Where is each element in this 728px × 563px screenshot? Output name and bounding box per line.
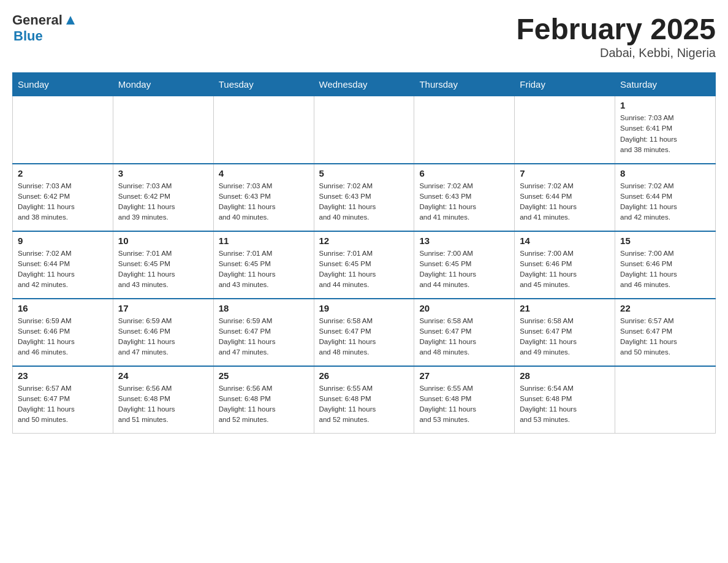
day-info: Sunrise: 7:02 AMSunset: 6:44 PMDaylight:… — [18, 248, 108, 291]
table-row — [213, 96, 314, 164]
day-info: Sunrise: 6:55 AMSunset: 6:48 PMDaylight:… — [419, 383, 509, 426]
day-number: 27 — [419, 370, 509, 381]
day-number: 17 — [118, 303, 208, 313]
day-info: Sunrise: 6:58 AMSunset: 6:47 PMDaylight:… — [520, 316, 610, 358]
day-number: 6 — [419, 168, 509, 178]
col-wednesday: Wednesday — [314, 73, 414, 96]
day-number: 26 — [319, 370, 409, 381]
table-row: 5Sunrise: 7:02 AMSunset: 6:43 PMDaylight… — [314, 164, 414, 231]
day-number: 13 — [419, 236, 509, 246]
day-number: 9 — [18, 236, 108, 246]
calendar-week-row: 23Sunrise: 6:57 AMSunset: 6:47 PMDayligh… — [13, 366, 716, 434]
location: Dabai, Kebbi, Nigeria — [516, 46, 716, 60]
title-section: February 2025 Dabai, Kebbi, Nigeria — [516, 12, 716, 60]
day-info: Sunrise: 7:00 AMSunset: 6:46 PMDaylight:… — [520, 248, 610, 291]
table-row: 13Sunrise: 7:00 AMSunset: 6:45 PMDayligh… — [414, 231, 515, 299]
table-row: 6Sunrise: 7:02 AMSunset: 6:43 PMDaylight… — [414, 164, 515, 231]
day-number: 1 — [620, 100, 710, 110]
day-number: 14 — [520, 236, 610, 246]
table-row: 7Sunrise: 7:02 AMSunset: 6:44 PMDaylight… — [515, 164, 615, 231]
day-number: 3 — [118, 168, 208, 178]
day-info: Sunrise: 6:58 AMSunset: 6:47 PMDaylight:… — [419, 316, 509, 358]
svg-marker-0 — [66, 16, 75, 25]
table-row: 12Sunrise: 7:01 AMSunset: 6:45 PMDayligh… — [314, 231, 414, 299]
table-row: 10Sunrise: 7:01 AMSunset: 6:45 PMDayligh… — [113, 231, 213, 299]
table-row: 19Sunrise: 6:58 AMSunset: 6:47 PMDayligh… — [314, 299, 414, 366]
table-row — [515, 96, 615, 164]
calendar-week-row: 2Sunrise: 7:03 AMSunset: 6:42 PMDaylight… — [13, 164, 716, 231]
day-info: Sunrise: 7:00 AMSunset: 6:45 PMDaylight:… — [419, 248, 509, 291]
table-row — [314, 96, 414, 164]
day-info: Sunrise: 6:54 AMSunset: 6:48 PMDaylight:… — [520, 383, 610, 426]
day-number: 8 — [620, 168, 710, 178]
day-number: 5 — [319, 168, 409, 178]
table-row: 11Sunrise: 7:01 AMSunset: 6:45 PMDayligh… — [213, 231, 314, 299]
table-row: 4Sunrise: 7:03 AMSunset: 6:43 PMDaylight… — [213, 164, 314, 231]
table-row — [615, 366, 716, 434]
col-sunday: Sunday — [13, 73, 113, 96]
table-row: 2Sunrise: 7:03 AMSunset: 6:42 PMDaylight… — [13, 164, 113, 231]
table-row — [13, 96, 113, 164]
calendar-week-row: 16Sunrise: 6:59 AMSunset: 6:46 PMDayligh… — [13, 299, 716, 366]
day-info: Sunrise: 6:59 AMSunset: 6:46 PMDaylight:… — [118, 316, 208, 358]
day-info: Sunrise: 7:03 AMSunset: 6:43 PMDaylight:… — [219, 181, 309, 223]
day-number: 12 — [319, 236, 409, 246]
col-friday: Friday — [515, 73, 615, 96]
logo-general-text: General — [12, 12, 63, 28]
logo: General Blue — [12, 12, 77, 44]
day-info: Sunrise: 7:02 AMSunset: 6:44 PMDaylight:… — [520, 181, 610, 223]
day-number: 16 — [18, 303, 108, 313]
day-number: 25 — [219, 370, 309, 381]
table-row: 16Sunrise: 6:59 AMSunset: 6:46 PMDayligh… — [13, 299, 113, 366]
table-row: 22Sunrise: 6:57 AMSunset: 6:47 PMDayligh… — [615, 299, 716, 366]
table-row: 23Sunrise: 6:57 AMSunset: 6:47 PMDayligh… — [13, 366, 113, 434]
table-row: 15Sunrise: 7:00 AMSunset: 6:46 PMDayligh… — [615, 231, 716, 299]
col-monday: Monday — [113, 73, 213, 96]
day-info: Sunrise: 6:57 AMSunset: 6:47 PMDaylight:… — [620, 316, 710, 358]
calendar-header-row: Sunday Monday Tuesday Wednesday Thursday… — [13, 73, 716, 96]
logo-blue-text: Blue — [13, 28, 43, 44]
day-number: 23 — [18, 370, 108, 381]
day-info: Sunrise: 7:02 AMSunset: 6:44 PMDaylight:… — [620, 181, 710, 223]
day-number: 21 — [520, 303, 610, 313]
day-info: Sunrise: 6:56 AMSunset: 6:48 PMDaylight:… — [219, 383, 309, 426]
day-info: Sunrise: 7:01 AMSunset: 6:45 PMDaylight:… — [319, 248, 409, 291]
table-row: 8Sunrise: 7:02 AMSunset: 6:44 PMDaylight… — [615, 164, 716, 231]
month-title: February 2025 — [516, 12, 716, 46]
day-info: Sunrise: 7:03 AMSunset: 6:42 PMDaylight:… — [18, 181, 108, 223]
day-number: 2 — [18, 168, 108, 178]
table-row: 14Sunrise: 7:00 AMSunset: 6:46 PMDayligh… — [515, 231, 615, 299]
col-thursday: Thursday — [414, 73, 515, 96]
logo-triangle-icon — [64, 13, 77, 27]
day-info: Sunrise: 7:03 AMSunset: 6:41 PMDaylight:… — [620, 113, 710, 155]
col-tuesday: Tuesday — [213, 73, 314, 96]
col-saturday: Saturday — [615, 73, 716, 96]
day-number: 4 — [219, 168, 309, 178]
day-number: 20 — [419, 303, 509, 313]
day-number: 11 — [219, 236, 309, 246]
calendar-week-row: 1Sunrise: 7:03 AMSunset: 6:41 PMDaylight… — [13, 96, 716, 164]
day-number: 7 — [520, 168, 610, 178]
calendar-week-row: 9Sunrise: 7:02 AMSunset: 6:44 PMDaylight… — [13, 231, 716, 299]
table-row: 26Sunrise: 6:55 AMSunset: 6:48 PMDayligh… — [314, 366, 414, 434]
day-info: Sunrise: 6:57 AMSunset: 6:47 PMDaylight:… — [18, 383, 108, 426]
calendar-table: Sunday Monday Tuesday Wednesday Thursday… — [12, 72, 716, 434]
day-info: Sunrise: 7:02 AMSunset: 6:43 PMDaylight:… — [419, 181, 509, 223]
day-info: Sunrise: 7:03 AMSunset: 6:42 PMDaylight:… — [118, 181, 208, 223]
table-row — [113, 96, 213, 164]
day-info: Sunrise: 7:00 AMSunset: 6:46 PMDaylight:… — [620, 248, 710, 291]
day-info: Sunrise: 6:55 AMSunset: 6:48 PMDaylight:… — [319, 383, 409, 426]
table-row: 1Sunrise: 7:03 AMSunset: 6:41 PMDaylight… — [615, 96, 716, 164]
day-info: Sunrise: 7:01 AMSunset: 6:45 PMDaylight:… — [118, 248, 208, 291]
table-row: 27Sunrise: 6:55 AMSunset: 6:48 PMDayligh… — [414, 366, 515, 434]
day-number: 18 — [219, 303, 309, 313]
day-info: Sunrise: 6:58 AMSunset: 6:47 PMDaylight:… — [319, 316, 409, 358]
table-row: 9Sunrise: 7:02 AMSunset: 6:44 PMDaylight… — [13, 231, 113, 299]
table-row: 3Sunrise: 7:03 AMSunset: 6:42 PMDaylight… — [113, 164, 213, 231]
table-row: 20Sunrise: 6:58 AMSunset: 6:47 PMDayligh… — [414, 299, 515, 366]
table-row: 25Sunrise: 6:56 AMSunset: 6:48 PMDayligh… — [213, 366, 314, 434]
day-number: 24 — [118, 370, 208, 381]
day-info: Sunrise: 6:56 AMSunset: 6:48 PMDaylight:… — [118, 383, 208, 426]
table-row: 24Sunrise: 6:56 AMSunset: 6:48 PMDayligh… — [113, 366, 213, 434]
table-row — [414, 96, 515, 164]
